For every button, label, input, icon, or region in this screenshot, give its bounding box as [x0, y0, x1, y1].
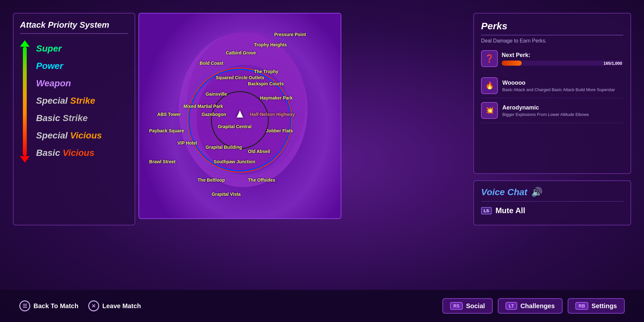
- label-grapital-building: Grapital Building: [206, 145, 242, 150]
- social-tag: RS: [450, 302, 463, 310]
- label-the-offsides: The Offsides: [248, 177, 275, 183]
- perk-progress-bar: 165/1,000: [502, 61, 623, 66]
- label-bold-coast: Bold Coast: [200, 61, 223, 66]
- social-label: Social: [466, 302, 485, 310]
- perk-info-wooooo: Wooooo Basic Attack and Charged Basic At…: [502, 80, 615, 92]
- direction-arrow-icon: [237, 110, 243, 118]
- social-button[interactable]: RS Social: [442, 298, 493, 314]
- panel-title: Attack Priority System: [20, 20, 128, 34]
- map-panel: Pressure Point Trophy Heights Catbird Gr…: [138, 13, 341, 219]
- perk-name-aerodynamic: Aerodynamic: [502, 104, 589, 111]
- voice-chat-panel: Voice Chat 🔊 LS Mute All: [473, 180, 631, 225]
- settings-label: Settings: [592, 302, 617, 310]
- perk-icon-wooooo: 🔥: [481, 77, 498, 94]
- bottom-left: ☰ Back To Match ✕ Leave Match: [19, 300, 141, 311]
- priority-item-power: Power: [36, 61, 102, 71]
- perk-desc-wooooo: Basic Attack and Charged Basic Attack Bu…: [502, 87, 615, 92]
- perks-panel: Perks Deal Damage to Earn Perks. ❓ Next …: [473, 13, 631, 174]
- next-perk-container: ❓ Next Perk: 165/1,000: [481, 50, 623, 67]
- back-icon: ☰: [19, 300, 30, 311]
- perk-item-wooooo: 🔥 Wooooo Basic Attack and Charged Basic …: [481, 73, 623, 98]
- label-squared-circle: Squared Circle Outlets: [216, 75, 264, 80]
- voice-header: Voice Chat 🔊: [481, 187, 623, 202]
- challenges-button[interactable]: LT Challenges: [498, 298, 563, 314]
- label-half-nelson: Half-Nelson Highway: [250, 112, 295, 117]
- special-strike-label1: Special: [36, 96, 70, 106]
- map-content: Pressure Point Trophy Heights Catbird Gr…: [139, 14, 341, 218]
- basic-strike-label1: Basic: [36, 113, 63, 123]
- back-to-match-label: Back To Match: [33, 302, 79, 310]
- next-perk-icon-symbol: ❓: [485, 54, 494, 63]
- leave-match-button[interactable]: ✕ Leave Match: [88, 300, 141, 311]
- settings-button[interactable]: RB Settings: [568, 298, 625, 314]
- next-perk-info: Next Perk: 165/1,000: [502, 52, 623, 66]
- priority-item-weapon: Weapon: [36, 78, 102, 89]
- perks-subtitle: Deal Damage to Earn Perks.: [481, 38, 623, 44]
- perk-desc-aerodynamic: Bigger Explosions From Lower Altitude El…: [502, 112, 589, 117]
- priority-item-special-strike: Special Strike: [36, 96, 102, 106]
- label-backspin-courts: Backspin Courts: [248, 81, 284, 86]
- next-perk-label: Next Perk:: [502, 52, 623, 59]
- arrow-down-icon: [20, 156, 30, 163]
- label-payback-square: Payback Square: [149, 128, 184, 133]
- bottom-bar: ☰ Back To Match ✕ Leave Match RS Social …: [0, 290, 644, 322]
- perk-icon-aerodynamic: 💥: [481, 102, 498, 119]
- mute-all-text: Mute All: [496, 206, 525, 215]
- bottom-center: RS Social LT Challenges RB Settings: [442, 298, 625, 314]
- priority-item-special-vicious: Special Vicious: [36, 130, 102, 141]
- left-panel: Attack Priority System Super Power Weapo…: [13, 13, 135, 225]
- priority-item-super: Super: [36, 43, 102, 54]
- label-gazebogon: Gazebogon: [202, 112, 226, 117]
- challenges-label: Challenges: [520, 302, 555, 310]
- back-to-match-button[interactable]: ☰ Back To Match: [19, 300, 79, 311]
- perk-progress-text: 165/1,000: [603, 61, 623, 65]
- label-gainsville: Gainsville: [206, 91, 227, 97]
- label-southpaw-junction: Southpaw Junction: [214, 159, 255, 164]
- ls-badge: LS: [481, 207, 492, 214]
- label-grapital-central: Grapital Central: [218, 124, 251, 129]
- label-vip-hotel: VIP Hotel: [177, 140, 197, 146]
- perk-item-aerodynamic: 💥 Aerodynamic Bigger Explosions From Low…: [481, 98, 623, 123]
- mute-all-row[interactable]: LS Mute All: [481, 206, 623, 215]
- label-trophy-heights: Trophy Heights: [254, 42, 287, 47]
- special-vicious-label1: Special: [36, 130, 70, 140]
- special-vicious-label2: Vicious: [70, 130, 102, 140]
- basic-vicious-label1: Basic: [36, 148, 63, 158]
- label-haymaker-park: Haymaker Park: [260, 95, 293, 100]
- x-icon: ✕: [88, 300, 99, 311]
- perks-title: Perks: [481, 21, 623, 35]
- priority-list: Super Power Weapon Special Strike Basic …: [36, 40, 102, 158]
- special-strike-label2: Strike: [70, 96, 95, 106]
- perk-info-aerodynamic: Aerodynamic Bigger Explosions From Lower…: [502, 104, 589, 117]
- priority-arrow: [20, 40, 30, 163]
- priority-item-basic-vicious: Basic Vicious: [36, 148, 102, 158]
- arrow-line: [23, 47, 27, 156]
- perk-progress-fill: [502, 61, 522, 66]
- label-the-trophy: The Trophy: [254, 69, 278, 74]
- priority-container: Super Power Weapon Special Strike Basic …: [20, 40, 128, 163]
- label-old-abseil: Old Abseil: [248, 149, 270, 154]
- next-perk-label-text: Next Perk:: [502, 52, 530, 58]
- perk-name-wooooo: Wooooo: [502, 80, 615, 86]
- label-grapital-vista: Grapital Vista: [212, 192, 241, 197]
- label-the-beltloop: The Beltloop: [198, 177, 225, 183]
- label-pressure-point: Pressure Point: [274, 32, 306, 37]
- label-abs-tower: ABS Tower: [157, 112, 181, 117]
- leave-match-label: Leave Match: [102, 302, 141, 310]
- speaker-icon: 🔊: [531, 187, 543, 197]
- priority-item-basic-strike: Basic Strike: [36, 113, 102, 123]
- voice-chat-title: Voice Chat: [481, 187, 527, 197]
- next-perk-icon: ❓: [481, 50, 498, 67]
- basic-vicious-label2: Vicious: [63, 148, 95, 158]
- challenges-tag: LT: [506, 302, 517, 310]
- label-catbird-grove: Catbird Grove: [226, 50, 256, 55]
- settings-tag: RB: [575, 302, 588, 310]
- label-mixed-martial: Mixed Martial Park: [184, 104, 223, 109]
- label-brawl-street: Brawl Street: [149, 159, 175, 164]
- arrow-up-icon: [20, 40, 30, 47]
- label-jobber-flats: Jobber Flats: [266, 128, 293, 133]
- basic-strike-label2: Strike: [63, 113, 88, 123]
